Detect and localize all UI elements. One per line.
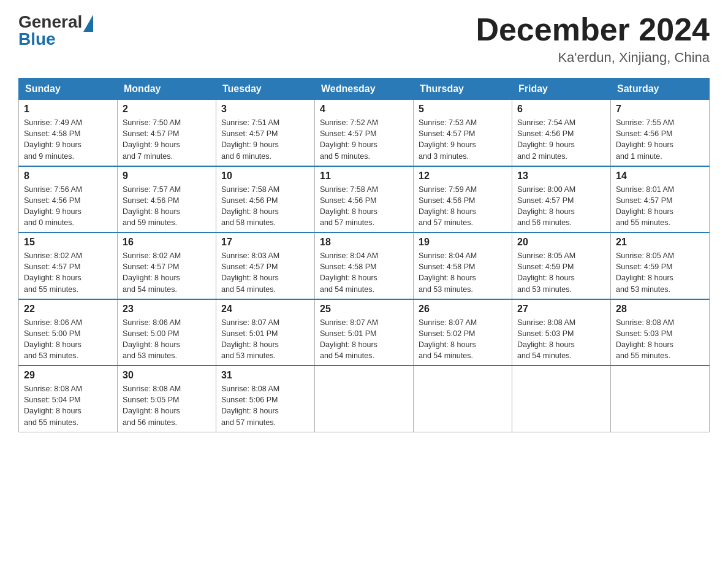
week-row-2: 8Sunrise: 7:56 AM Sunset: 4:56 PM Daylig… xyxy=(19,166,710,233)
header-cell-monday: Monday xyxy=(118,79,216,100)
day-cell: 2Sunrise: 7:50 AM Sunset: 4:57 PM Daylig… xyxy=(118,100,216,166)
day-info: Sunrise: 7:56 AM Sunset: 4:56 PM Dayligh… xyxy=(24,184,112,229)
week-row-3: 15Sunrise: 8:02 AM Sunset: 4:57 PM Dayli… xyxy=(19,232,710,299)
day-info: Sunrise: 7:53 AM Sunset: 4:57 PM Dayligh… xyxy=(419,117,507,162)
day-info: Sunrise: 8:01 AM Sunset: 4:57 PM Dayligh… xyxy=(616,184,704,229)
day-cell xyxy=(611,366,710,432)
day-number: 30 xyxy=(123,370,211,381)
day-info: Sunrise: 7:49 AM Sunset: 4:58 PM Dayligh… xyxy=(24,117,112,162)
logo-blue: Blue xyxy=(18,29,56,48)
day-info: Sunrise: 8:07 AM Sunset: 5:01 PM Dayligh… xyxy=(320,317,408,362)
day-cell: 31Sunrise: 8:08 AM Sunset: 5:06 PM Dayli… xyxy=(216,366,315,432)
day-number: 13 xyxy=(517,170,605,182)
day-cell: 27Sunrise: 8:08 AM Sunset: 5:03 PM Dayli… xyxy=(512,299,611,366)
day-number: 18 xyxy=(320,237,408,248)
day-cell: 11Sunrise: 7:58 AM Sunset: 4:56 PM Dayli… xyxy=(315,166,414,233)
day-info: Sunrise: 8:04 AM Sunset: 4:58 PM Dayligh… xyxy=(419,250,507,295)
day-cell: 26Sunrise: 8:07 AM Sunset: 5:02 PM Dayli… xyxy=(414,299,512,366)
day-info: Sunrise: 8:08 AM Sunset: 5:03 PM Dayligh… xyxy=(517,317,605,362)
day-number: 27 xyxy=(517,304,605,315)
day-number: 2 xyxy=(123,104,211,115)
header-cell-sunday: Sunday xyxy=(19,79,118,100)
day-cell: 13Sunrise: 8:00 AM Sunset: 4:57 PM Dayli… xyxy=(512,166,611,233)
week-row-1: 1Sunrise: 7:49 AM Sunset: 4:58 PM Daylig… xyxy=(19,100,710,166)
day-cell: 7Sunrise: 7:55 AM Sunset: 4:56 PM Daylig… xyxy=(611,100,710,166)
day-info: Sunrise: 7:59 AM Sunset: 4:56 PM Dayligh… xyxy=(419,184,507,229)
title-block: December 2024 Ka'erdun, Xinjiang, China xyxy=(476,12,710,66)
day-number: 17 xyxy=(221,237,309,248)
day-cell: 4Sunrise: 7:52 AM Sunset: 4:57 PM Daylig… xyxy=(315,100,414,166)
day-cell: 9Sunrise: 7:57 AM Sunset: 4:56 PM Daylig… xyxy=(118,166,216,233)
day-number: 4 xyxy=(320,104,408,115)
day-cell: 5Sunrise: 7:53 AM Sunset: 4:57 PM Daylig… xyxy=(414,100,512,166)
day-number: 9 xyxy=(123,170,211,182)
day-cell: 17Sunrise: 8:03 AM Sunset: 4:57 PM Dayli… xyxy=(216,232,315,299)
day-cell: 23Sunrise: 8:06 AM Sunset: 5:00 PM Dayli… xyxy=(118,299,216,366)
day-cell: 12Sunrise: 7:59 AM Sunset: 4:56 PM Dayli… xyxy=(414,166,512,233)
day-number: 22 xyxy=(24,304,112,315)
day-info: Sunrise: 7:55 AM Sunset: 4:56 PM Dayligh… xyxy=(616,117,704,162)
day-number: 1 xyxy=(24,104,112,115)
day-info: Sunrise: 8:03 AM Sunset: 4:57 PM Dayligh… xyxy=(221,250,309,295)
day-info: Sunrise: 8:08 AM Sunset: 5:05 PM Dayligh… xyxy=(123,383,211,428)
day-number: 16 xyxy=(123,237,211,248)
day-info: Sunrise: 8:08 AM Sunset: 5:06 PM Dayligh… xyxy=(221,383,309,428)
day-info: Sunrise: 8:07 AM Sunset: 5:02 PM Dayligh… xyxy=(419,317,507,362)
day-cell: 14Sunrise: 8:01 AM Sunset: 4:57 PM Dayli… xyxy=(611,166,710,233)
day-cell xyxy=(414,366,512,432)
day-info: Sunrise: 7:51 AM Sunset: 4:57 PM Dayligh… xyxy=(221,117,309,162)
day-cell: 29Sunrise: 8:08 AM Sunset: 5:04 PM Dayli… xyxy=(19,366,118,432)
day-info: Sunrise: 7:58 AM Sunset: 4:56 PM Dayligh… xyxy=(221,184,309,229)
day-cell: 25Sunrise: 8:07 AM Sunset: 5:01 PM Dayli… xyxy=(315,299,414,366)
day-number: 25 xyxy=(320,304,408,315)
day-cell: 10Sunrise: 7:58 AM Sunset: 4:56 PM Dayli… xyxy=(216,166,315,233)
day-info: Sunrise: 8:04 AM Sunset: 4:58 PM Dayligh… xyxy=(320,250,408,295)
day-info: Sunrise: 7:58 AM Sunset: 4:56 PM Dayligh… xyxy=(320,184,408,229)
page-header: General Blue December 2024 Ka'erdun, Xin… xyxy=(18,12,710,66)
day-number: 10 xyxy=(221,170,309,182)
day-number: 29 xyxy=(24,370,112,381)
day-cell: 6Sunrise: 7:54 AM Sunset: 4:56 PM Daylig… xyxy=(512,100,611,166)
day-cell: 20Sunrise: 8:05 AM Sunset: 4:59 PM Dayli… xyxy=(512,232,611,299)
calendar-table: SundayMondayTuesdayWednesdayThursdayFrid… xyxy=(18,78,710,432)
day-cell xyxy=(512,366,611,432)
header-cell-wednesday: Wednesday xyxy=(315,79,414,100)
header-cell-thursday: Thursday xyxy=(414,79,512,100)
day-number: 14 xyxy=(616,170,704,182)
day-info: Sunrise: 8:08 AM Sunset: 5:03 PM Dayligh… xyxy=(616,317,704,362)
day-info: Sunrise: 8:02 AM Sunset: 4:57 PM Dayligh… xyxy=(123,250,211,295)
day-info: Sunrise: 8:05 AM Sunset: 4:59 PM Dayligh… xyxy=(517,250,605,295)
day-number: 26 xyxy=(419,304,507,315)
day-number: 24 xyxy=(221,304,309,315)
day-cell: 1Sunrise: 7:49 AM Sunset: 4:58 PM Daylig… xyxy=(19,100,118,166)
day-cell: 21Sunrise: 8:05 AM Sunset: 4:59 PM Dayli… xyxy=(611,232,710,299)
day-info: Sunrise: 7:54 AM Sunset: 4:56 PM Dayligh… xyxy=(517,117,605,162)
day-info: Sunrise: 8:06 AM Sunset: 5:00 PM Dayligh… xyxy=(123,317,211,362)
day-cell: 28Sunrise: 8:08 AM Sunset: 5:03 PM Dayli… xyxy=(611,299,710,366)
day-number: 19 xyxy=(419,237,507,248)
day-number: 21 xyxy=(616,237,704,248)
day-number: 7 xyxy=(616,104,704,115)
day-number: 20 xyxy=(517,237,605,248)
day-info: Sunrise: 7:52 AM Sunset: 4:57 PM Dayligh… xyxy=(320,117,408,162)
day-info: Sunrise: 8:06 AM Sunset: 5:00 PM Dayligh… xyxy=(24,317,112,362)
day-info: Sunrise: 7:57 AM Sunset: 4:56 PM Dayligh… xyxy=(123,184,211,229)
day-cell: 30Sunrise: 8:08 AM Sunset: 5:05 PM Dayli… xyxy=(118,366,216,432)
day-info: Sunrise: 8:07 AM Sunset: 5:01 PM Dayligh… xyxy=(221,317,309,362)
calendar-title: December 2024 xyxy=(476,12,710,47)
day-cell: 19Sunrise: 8:04 AM Sunset: 4:58 PM Dayli… xyxy=(414,232,512,299)
day-cell: 22Sunrise: 8:06 AM Sunset: 5:00 PM Dayli… xyxy=(19,299,118,366)
logo-triangle-icon xyxy=(83,15,93,32)
day-info: Sunrise: 8:08 AM Sunset: 5:04 PM Dayligh… xyxy=(24,383,112,428)
day-cell: 3Sunrise: 7:51 AM Sunset: 4:57 PM Daylig… xyxy=(216,100,315,166)
day-number: 8 xyxy=(24,170,112,182)
day-number: 3 xyxy=(221,104,309,115)
day-cell: 8Sunrise: 7:56 AM Sunset: 4:56 PM Daylig… xyxy=(19,166,118,233)
week-row-4: 22Sunrise: 8:06 AM Sunset: 5:00 PM Dayli… xyxy=(19,299,710,366)
calendar-subtitle: Ka'erdun, Xinjiang, China xyxy=(476,50,710,66)
day-cell: 15Sunrise: 8:02 AM Sunset: 4:57 PM Dayli… xyxy=(19,232,118,299)
logo-container: General Blue xyxy=(18,12,93,49)
day-number: 11 xyxy=(320,170,408,182)
day-cell: 18Sunrise: 8:04 AM Sunset: 4:58 PM Dayli… xyxy=(315,232,414,299)
header-cell-friday: Friday xyxy=(512,79,611,100)
